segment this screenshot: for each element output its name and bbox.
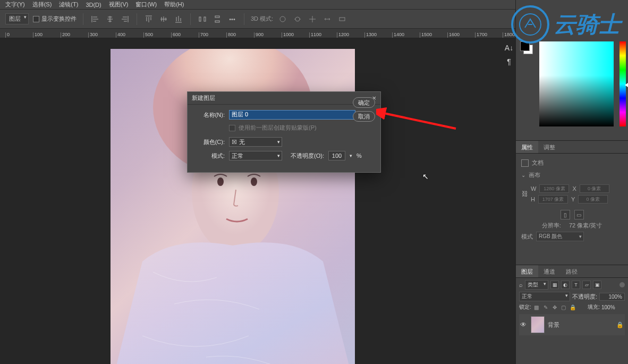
ruler-tick: 1400: [392, 32, 404, 38]
tab-paths[interactable]: 路径: [561, 265, 583, 277]
colormode-dropdown[interactable]: RGB 颜色: [536, 232, 584, 241]
color-panel: [520, 41, 626, 131]
ruler-tick: 1200: [337, 32, 349, 38]
search-icon[interactable]: ⌕: [519, 282, 523, 288]
tab-layers[interactable]: 图层: [516, 265, 538, 277]
fill-input[interactable]: 100%: [601, 304, 625, 310]
menu-item[interactable]: 窗口(W): [135, 1, 157, 9]
distribute-h-icon[interactable]: [197, 14, 208, 24]
horizontal-ruler: 1500140013001200110010009008007006005004…: [0, 29, 515, 38]
ruler-tick: 700: [199, 32, 208, 38]
lock-artboard-icon[interactable]: ▢: [560, 303, 567, 311]
ruler-tick: 400: [116, 32, 125, 38]
ruler-tick: 1700: [475, 32, 487, 38]
ruler-tick: 100: [33, 32, 43, 38]
cancel-button[interactable]: 取消: [353, 111, 375, 122]
align-top-icon[interactable]: [143, 14, 154, 24]
blendmode-dropdown[interactable]: 正常: [519, 292, 570, 301]
color-label: 颜色(C):: [193, 138, 225, 146]
link-icon[interactable]: ⛓: [521, 190, 529, 198]
watermark: 云骑士: [511, 5, 621, 44]
svg-rect-0: [199, 17, 201, 21]
lock-icon: 🔒: [616, 321, 624, 328]
show-transform-checkbox[interactable]: 显示变换控件: [33, 15, 77, 23]
ruler-tick: 900: [254, 32, 264, 38]
zoom-icon[interactable]: [337, 14, 347, 24]
filter-shape-icon[interactable]: ▱: [582, 281, 591, 289]
filter-type-icon[interactable]: T: [572, 281, 580, 289]
menu-item[interactable]: 帮助(H): [164, 1, 184, 9]
portrait-orient-icon[interactable]: ▯: [561, 210, 570, 219]
orbit-icon[interactable]: [277, 14, 288, 24]
x-field[interactable]: 0 像素: [580, 184, 609, 193]
align-right-icon[interactable]: [120, 14, 130, 24]
mode-label: 模式:: [193, 152, 225, 160]
mouse-cursor-icon: ↖: [422, 172, 429, 181]
align-bottom-icon[interactable]: [173, 14, 184, 24]
opacity-label: 不透明度:: [572, 293, 597, 301]
tab-adjustments[interactable]: 调整: [538, 141, 561, 153]
dialog-titlebar[interactable]: 新建图层 ×: [188, 92, 380, 105]
filter-toggle-icon[interactable]: [619, 282, 625, 287]
lock-paint-icon[interactable]: ✎: [542, 303, 549, 311]
lock-position-icon[interactable]: ✥: [551, 303, 558, 311]
align-left-icon[interactable]: [90, 14, 100, 24]
pan-icon[interactable]: [307, 14, 318, 24]
tab-channels[interactable]: 通道: [538, 265, 561, 277]
roll-icon[interactable]: [292, 14, 303, 24]
ruler-tick: 1100: [309, 32, 321, 38]
landscape-orient-icon[interactable]: ▭: [574, 210, 584, 219]
distribute-v-icon[interactable]: [212, 14, 223, 24]
mode-dropdown[interactable]: 正常: [229, 151, 282, 160]
hue-slider[interactable]: [619, 41, 626, 126]
svg-point-10: [251, 177, 257, 186]
visibility-icon[interactable]: 👁: [520, 321, 528, 328]
menu-item[interactable]: 视图(V): [109, 1, 129, 9]
layer-thumbnail: [531, 316, 545, 333]
filter-smart-icon[interactable]: ▣: [593, 281, 601, 289]
type-panel-icon[interactable]: A↓: [504, 43, 514, 53]
menu-item[interactable]: 3D(D): [86, 2, 101, 8]
menu-item[interactable]: 选择(S): [32, 1, 52, 9]
menu-item[interactable]: 滤镜(T): [59, 1, 78, 9]
filter-kind-dropdown[interactable]: 类型: [525, 280, 548, 290]
height-field[interactable]: 1707 像素: [538, 195, 568, 204]
ruler-tick: 1300: [364, 32, 377, 38]
more-options-icon[interactable]: •••: [227, 14, 237, 24]
layer-name: 背景: [548, 321, 559, 329]
color-picker-field[interactable]: [539, 41, 614, 126]
chevron-down-icon[interactable]: ▾: [350, 153, 352, 158]
tab-properties[interactable]: 属性: [516, 141, 538, 153]
svg-rect-3: [215, 21, 219, 22]
lock-all-icon[interactable]: 🔒: [569, 303, 576, 311]
opacity-label: 不透明度(O):: [291, 152, 324, 160]
slide-icon[interactable]: [322, 14, 333, 24]
opacity-input[interactable]: 100: [328, 151, 345, 160]
filter-pixel-icon[interactable]: ▦: [550, 281, 559, 289]
clip-mask-checkbox: 使用前一图层创建剪贴蒙版(P): [229, 124, 375, 132]
canvas-section-header[interactable]: 画布: [521, 171, 623, 179]
filter-adjust-icon[interactable]: ◐: [561, 281, 570, 289]
width-field[interactable]: 1280 像素: [539, 184, 569, 193]
ok-button[interactable]: 确定: [353, 97, 375, 108]
name-input[interactable]: 图层 0: [229, 110, 355, 120]
fg-bg-swatch[interactable]: [520, 41, 535, 56]
ruler-tick: 1000: [282, 32, 294, 38]
layer-item-background[interactable]: 👁 背景 🔒: [519, 314, 625, 335]
menu-item[interactable]: 文字(Y): [5, 1, 25, 9]
checkbox-icon: [33, 16, 39, 22]
fill-label: 填充:: [588, 303, 600, 311]
color-dropdown[interactable]: 无: [229, 137, 282, 147]
paragraph-panel-icon[interactable]: ¶: [504, 56, 514, 67]
align-vcenter-icon[interactable]: [158, 14, 169, 24]
autoselect-dropdown[interactable]: 图层: [5, 13, 29, 24]
svg-point-9: [217, 177, 224, 186]
right-panels: A↓ ¶ 属性 调整 文档 画布 ⛓ W1280 像素 X0 像素: [515, 0, 628, 364]
lock-transparent-icon[interactable]: ▩: [533, 303, 540, 311]
new-layer-dialog: 新建图层 × 确定 取消 名称(N): 图层 0 使用前一图层创建剪贴蒙版(P)…: [187, 91, 381, 173]
lock-label: 锁定:: [519, 303, 531, 311]
layer-opacity-input[interactable]: 100%: [599, 293, 625, 301]
y-field[interactable]: 0 像素: [578, 195, 608, 204]
svg-rect-1: [204, 17, 206, 21]
align-hcenter-icon[interactable]: [105, 14, 115, 24]
